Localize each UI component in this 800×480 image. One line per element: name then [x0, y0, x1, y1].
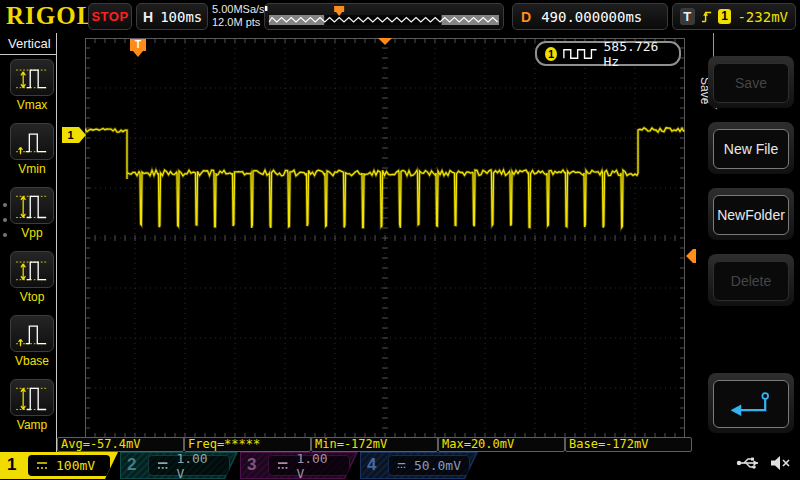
- dc-coupling-icon: [157, 461, 168, 470]
- channel-1-number: 1: [7, 455, 16, 475]
- save-menu: Save Save New File NewFolder Delete: [696, 33, 800, 452]
- menu-item-vtop-label: Vtop: [10, 290, 54, 304]
- run-state-badge: STOP: [88, 3, 132, 30]
- trigger-position-label: T: [130, 39, 146, 51]
- measurement-freq: Freq=*****: [184, 437, 311, 452]
- vmax-icon: [14, 63, 50, 93]
- new-file-button[interactable]: New File: [708, 122, 794, 174]
- measurement-readouts: Avg=-57.4mV Freq=***** Min=-172mV Max=20…: [57, 437, 693, 452]
- return-arrow-icon: [723, 388, 779, 420]
- new-folder-button-label: NewFolder: [713, 195, 789, 235]
- back-button[interactable]: [708, 373, 794, 433]
- menu-item-vamp-label: Vamp: [10, 418, 54, 432]
- delay-value: 490.000000ms: [541, 9, 642, 25]
- trigger-position-marker[interactable]: T: [130, 39, 146, 57]
- counter-value: 585.726 Hz: [604, 39, 671, 69]
- menu-item-vmax-label: Vmax: [10, 98, 54, 112]
- acquisition-info: 5.00MSa/s 12.0M pts: [212, 3, 265, 29]
- channel-1-tab[interactable]: 1 100mV: [0, 452, 118, 479]
- channel-2-scale: 1.00 V: [176, 451, 221, 480]
- channel-4-number: 4: [367, 455, 376, 475]
- channel-1-waveform: [85, 38, 685, 438]
- measurement-avg: Avg=-57.4mV: [57, 437, 184, 452]
- waveform-display-area: 1 T T 1 585.726 Hz Avg=-57.4mV Freq=****…: [57, 33, 696, 452]
- channel-2-tab[interactable]: 2 1.00 V: [120, 452, 238, 479]
- trigger-box[interactable]: T 1 -232mV: [672, 3, 796, 30]
- channel-1-position-label: 1: [62, 127, 79, 143]
- delay-box[interactable]: D 490.000000ms: [512, 3, 668, 30]
- speaker-muted-icon: [770, 455, 790, 471]
- menu-item-vpp[interactable]: Vpp: [10, 187, 54, 240]
- vtop-icon: [14, 255, 50, 285]
- menu-item-vamp[interactable]: Vamp: [10, 379, 54, 432]
- menu-item-vmin[interactable]: Vmin: [10, 123, 54, 176]
- horizontal-label: H: [143, 9, 153, 25]
- trigger-label: T: [680, 8, 695, 25]
- trigger-edge-icon: [701, 9, 712, 25]
- save-button-label: Save: [713, 63, 789, 103]
- channel-2-number: 2: [127, 455, 136, 475]
- menu-scroll-dot: [3, 233, 7, 237]
- vpp-icon: [14, 191, 50, 221]
- sample-rate: 5.00MSa/s: [212, 3, 265, 16]
- menu-item-vtop[interactable]: Vtop: [10, 251, 54, 304]
- horizontal-scale-value: 100ms: [160, 9, 202, 25]
- menu-item-vbase[interactable]: Vbase: [10, 315, 54, 368]
- channel-3-number: 3: [247, 455, 256, 475]
- memory-position-thumbnail[interactable]: [264, 3, 504, 30]
- channel-1-position-arrow: [79, 127, 86, 143]
- measure-menu: Vertical Vmax Vmin: [0, 33, 57, 452]
- measurement-base: Base=-172mV: [565, 437, 692, 452]
- frequency-counter: 1 585.726 Hz: [535, 41, 681, 66]
- top-bar: RIGOL STOP H 100ms 5.00MSa/s 12.0M pts D…: [0, 0, 800, 33]
- vmin-icon: [14, 127, 50, 157]
- trigger-source-badge: 1: [718, 9, 732, 24]
- channel-3-tab[interactable]: 3 1.00 V: [240, 452, 358, 479]
- new-file-button-label: New File: [713, 129, 789, 169]
- channel-4-scale: 50.0mV: [414, 458, 461, 473]
- trigger-position-arrow: [133, 51, 143, 57]
- menu-item-vpp-label: Vpp: [10, 226, 54, 240]
- vamp-icon: [14, 383, 50, 413]
- measurement-min: Min=-172mV: [311, 437, 438, 452]
- memory-waveform-icon: [265, 4, 503, 29]
- channel-3-scale: 1.00 V: [296, 451, 341, 480]
- new-folder-button[interactable]: NewFolder: [708, 188, 794, 240]
- dc-coupling-icon: [277, 461, 288, 470]
- channel-status-bar: 1 100mV 2 1.00 V 3: [0, 452, 800, 480]
- delay-label: D: [521, 9, 531, 25]
- channel-1-position-marker[interactable]: 1: [62, 127, 85, 143]
- channel-1-scale: 100mV: [56, 458, 95, 473]
- measurement-max: Max=20.0mV: [438, 437, 565, 452]
- dc-coupling-icon: [36, 461, 48, 470]
- horizontal-scale-box[interactable]: H 100ms: [136, 3, 208, 30]
- menu-scroll-dot: [3, 218, 7, 222]
- vbase-icon: [14, 319, 50, 349]
- save-button[interactable]: Save: [708, 56, 794, 108]
- run-state-label: STOP: [91, 9, 128, 24]
- delay-center-marker: [378, 38, 392, 45]
- memory-depth: 12.0M pts: [212, 16, 265, 29]
- oscilloscope-screen: RIGOL STOP H 100ms 5.00MSa/s 12.0M pts D…: [0, 0, 800, 480]
- channel-4-tab[interactable]: 4 50.0mV: [360, 452, 478, 479]
- menu-item-vmin-label: Vmin: [10, 162, 54, 176]
- menu-scroll-dot: [3, 203, 7, 207]
- square-wave-icon: [563, 47, 597, 61]
- trigger-level-arrow: [686, 249, 693, 263]
- delete-button[interactable]: Delete: [708, 254, 794, 306]
- usb-icon: [736, 455, 762, 471]
- delete-button-label: Delete: [713, 261, 789, 301]
- menu-item-vbase-label: Vbase: [10, 354, 54, 368]
- rigol-logo: RIGOL: [6, 2, 94, 30]
- counter-channel-badge: 1: [545, 47, 557, 61]
- measure-menu-title: Vertical: [0, 33, 56, 55]
- dc-coupling-icon: [397, 461, 406, 470]
- trigger-level-value: -232mV: [737, 9, 788, 25]
- menu-item-vmax[interactable]: Vmax: [10, 59, 54, 112]
